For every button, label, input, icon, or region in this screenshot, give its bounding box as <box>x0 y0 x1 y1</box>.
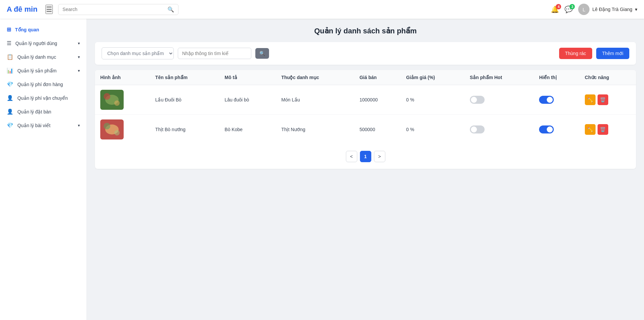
table-icon: 👤 <box>7 108 13 115</box>
col-header-actions: Chức năng <box>579 70 636 85</box>
col-header-hot: Sản phẩm Hot <box>465 70 534 85</box>
product-image <box>100 90 124 110</box>
sidebar-label-quan-ly-danh-muc: Quản lý danh mục <box>17 54 56 60</box>
cell-name: Lầu Đuôi Bò <box>150 85 219 115</box>
filter-bar: Chọn danh mục sản phẩm 🔍 Thùng rác Thêm … <box>95 42 636 65</box>
message-badge: 3 <box>569 4 575 9</box>
filter-search-button[interactable]: 🔍 <box>255 48 269 59</box>
product-table-card: Hình ảnh Tên sản phẩm Mô tả Thuộc danh m… <box>95 70 636 169</box>
list-icon: 📋 <box>7 54 13 60</box>
cell-category: Thịt Nướng <box>276 115 354 144</box>
article-icon: 💎 <box>7 122 13 128</box>
sidebar-label-quan-ly-dat-ban: Quản lý đặt bàn <box>17 109 51 114</box>
search-box: 🔍 <box>58 4 178 15</box>
cell-hot <box>465 115 534 144</box>
sidebar-item-quan-ly-nguoi-dung[interactable]: ☰ Quản lý người dùng ▾ <box>0 36 87 50</box>
hot-toggle[interactable] <box>470 96 485 104</box>
hamburger-menu[interactable]: ☰ <box>45 5 53 14</box>
col-header-image: Hình ảnh <box>95 70 150 85</box>
cell-description: Lâu đuôi bò <box>219 85 276 115</box>
product-image <box>100 119 124 139</box>
cell-visible <box>534 85 579 115</box>
sidebar-item-quan-ly-bai-viet[interactable]: 💎 Quản lý bài viết ▾ <box>0 118 87 132</box>
cell-hot <box>465 85 534 115</box>
svg-point-2 <box>104 93 110 100</box>
logo: A đê min <box>7 5 37 14</box>
cell-description: Bò Kobe <box>219 115 276 144</box>
sidebar-label-quan-ly-san-pham: Quản lý sản phẩm <box>17 68 56 73</box>
truck-icon: 👤 <box>7 95 13 101</box>
svg-point-6 <box>104 123 110 129</box>
sidebar-label-quan-ly-bai-viet: Quản lý bài viết <box>17 123 50 128</box>
sidebar-label-quan-ly-phi-don-hang: Quản lý phí đơn hàng <box>17 82 63 87</box>
top-navigation: A đê min ☰ 🔍 🔔 4 💬 3 L Lê Đặng Trà Giang… <box>0 0 644 19</box>
next-page-button[interactable]: > <box>374 151 385 162</box>
table-row: Lầu Đuôi Bò Lâu đuôi bò Món Lầu 1000000 … <box>95 85 636 115</box>
page-1-button[interactable]: 1 <box>360 151 371 162</box>
prev-page-button[interactable]: < <box>346 151 357 162</box>
cell-discount: 0 % <box>401 115 464 144</box>
sidebar-item-quan-ly-phi-van-chuyen[interactable]: 👤 Quản lý phí vận chuyển <box>0 91 87 105</box>
diamond-icon: 💎 <box>7 81 13 87</box>
visible-toggle[interactable] <box>539 96 554 104</box>
product-table: Hình ảnh Tên sản phẩm Mô tả Thuộc danh m… <box>95 70 636 144</box>
sidebar-item-quan-ly-dat-ban[interactable]: 👤 Quản lý đặt bàn <box>0 105 87 118</box>
sidebar-item-quan-ly-danh-muc[interactable]: 📋 Quản lý danh mục ▾ <box>0 50 87 64</box>
page-title: Quản lý danh sách sản phẩm <box>95 27 636 35</box>
category-filter-select[interactable]: Chọn danh mục sản phẩm <box>102 47 174 59</box>
users-icon: ☰ <box>7 40 11 46</box>
cell-visible <box>534 115 579 144</box>
cell-name: Thịt Bò nướng <box>150 115 219 144</box>
add-new-button[interactable]: Thêm mới <box>596 48 629 59</box>
chevron-icon: ▾ <box>78 55 80 59</box>
main-content: Quản lý danh sách sản phẩm Chọn danh mục… <box>87 19 644 320</box>
user-menu-button[interactable]: L Lê Đặng Trà Giang ▾ <box>578 4 637 15</box>
col-header-visible: Hiển thị <box>534 70 579 85</box>
sidebar-item-tong-quan[interactable]: ⊞ Tổng quan <box>0 23 87 36</box>
action-buttons: ✏️ 🗑️ <box>585 94 631 105</box>
action-buttons: ✏️ 🗑️ <box>585 124 631 135</box>
delete-button[interactable]: 🗑️ <box>598 94 608 105</box>
chevron-icon: ▾ <box>78 41 80 46</box>
col-header-discount: Giảm giá (%) <box>401 70 464 85</box>
cell-discount: 0 % <box>401 85 464 115</box>
trash-button[interactable]: Thùng rác <box>559 48 592 59</box>
chart-icon: 📊 <box>7 67 13 74</box>
cell-price: 500000 <box>354 115 401 144</box>
cell-price: 1000000 <box>354 85 401 115</box>
search-filter-input[interactable] <box>178 48 251 59</box>
avatar-initial: L <box>583 7 585 12</box>
delete-button[interactable]: 🗑️ <box>598 124 608 135</box>
edit-button[interactable]: ✏️ <box>585 124 596 135</box>
col-header-category: Thuộc danh mục <box>276 70 354 85</box>
cell-image <box>95 115 150 144</box>
sidebar-label-quan-ly-phi-van-chuyen: Quản lý phí vận chuyển <box>17 95 68 101</box>
cell-category: Món Lầu <box>276 85 354 115</box>
sidebar-item-quan-ly-phi-don-hang[interactable]: 💎 Quản lý phí đơn hàng <box>0 77 87 91</box>
sidebar-item-quan-ly-san-pham[interactable]: 📊 Quản lý sản phẩm ▾ <box>0 64 87 77</box>
edit-button[interactable]: ✏️ <box>585 94 596 105</box>
col-header-desc: Mô tả <box>219 70 276 85</box>
cell-actions: ✏️ 🗑️ <box>579 115 636 144</box>
cell-image <box>95 85 150 115</box>
sidebar-label-tong-quan: Tổng quan <box>15 27 39 32</box>
search-icon[interactable]: 🔍 <box>167 6 174 13</box>
search-input[interactable] <box>62 7 167 12</box>
bell-notification-button[interactable]: 🔔 4 <box>551 5 559 13</box>
main-layout: ⊞ Tổng quan ☰ Quản lý người dùng ▾ 📋 Quả… <box>0 19 644 320</box>
chevron-icon: ▾ <box>78 68 80 73</box>
table-row: Thịt Bò nướng Bò Kobe Thịt Nướng 500000 … <box>95 115 636 144</box>
svg-point-7 <box>114 130 120 135</box>
hot-toggle[interactable] <box>470 125 485 133</box>
sidebar-label-quan-ly-nguoi-dung: Quản lý người dùng <box>15 41 57 46</box>
sidebar: ⊞ Tổng quan ☰ Quản lý người dùng ▾ 📋 Quả… <box>0 19 87 320</box>
user-name: Lê Đặng Trà Giang <box>592 7 632 12</box>
bell-badge: 4 <box>556 4 561 9</box>
message-notification-button[interactable]: 💬 3 <box>564 5 573 13</box>
chevron-down-icon: ▾ <box>635 7 637 12</box>
grid-icon: ⊞ <box>7 26 11 33</box>
cell-actions: ✏️ 🗑️ <box>579 85 636 115</box>
visible-toggle[interactable] <box>539 125 554 133</box>
pagination: < 1 > <box>95 144 636 169</box>
topnav-right: 🔔 4 💬 3 L Lê Đặng Trà Giang ▾ <box>551 4 637 15</box>
